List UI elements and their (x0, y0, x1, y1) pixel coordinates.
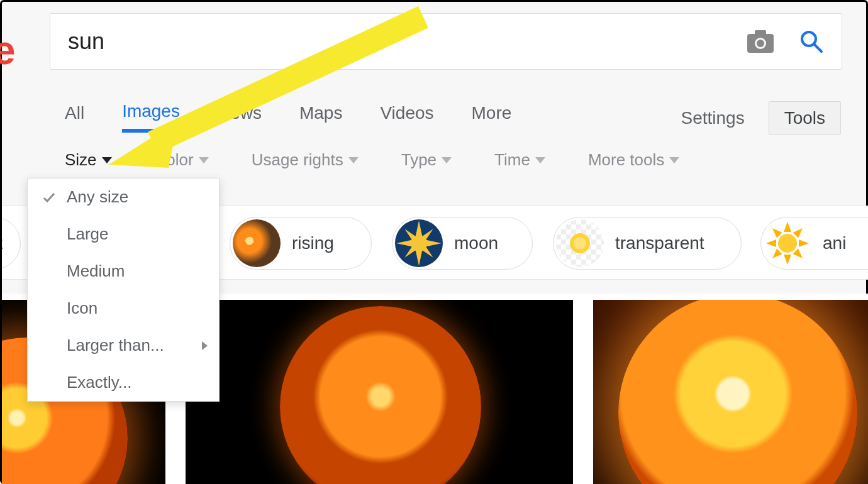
tabs-right: Settings Tools (681, 101, 841, 135)
svg-point-16 (574, 237, 586, 250)
check-icon (42, 190, 57, 204)
size-option-exactly[interactable]: Exactly... (28, 364, 219, 401)
chip-label: transparent (615, 233, 704, 253)
app-frame: e All Images News Maps Videos More Setti… (0, 0, 868, 484)
chip-rising[interactable]: rising (230, 217, 372, 270)
search-tabs: All Images News Maps Videos More (65, 101, 511, 133)
logo-fragment: e (0, 27, 16, 74)
chip-label: moon (454, 233, 498, 253)
search-input[interactable] (68, 28, 747, 55)
chevron-down-icon (669, 157, 679, 163)
tab-news[interactable]: News (218, 103, 262, 131)
chip-thumb (395, 219, 443, 267)
chip-partial-right[interactable]: ani (760, 217, 868, 270)
chip-label: ani (823, 233, 846, 253)
filter-time[interactable]: Time (494, 150, 545, 170)
chip-thumb (233, 219, 281, 267)
tab-videos[interactable]: Videos (380, 103, 433, 131)
filter-color[interactable]: Color (155, 150, 209, 170)
svg-rect-1 (755, 30, 766, 36)
size-option-any[interactable]: Any size (28, 179, 219, 216)
chevron-down-icon (199, 157, 209, 163)
svg-point-14 (411, 235, 427, 251)
search-icon[interactable] (799, 29, 824, 54)
chevron-down-icon (442, 157, 452, 163)
search-actions (747, 29, 824, 54)
size-option-larger-than[interactable]: Larger than... (28, 327, 219, 364)
chip-transparent[interactable]: transparent (553, 217, 742, 270)
search-bar (50, 13, 842, 70)
chip-thumb (556, 219, 604, 267)
filter-usage-rights[interactable]: Usage rights (252, 150, 359, 170)
filter-toolbar: Size Color Usage rights Type Time More t… (65, 150, 679, 170)
chevron-down-icon (348, 157, 359, 163)
size-option-icon[interactable]: Icon (28, 290, 219, 327)
chip-moon[interactable]: moon (392, 217, 533, 270)
svg-point-3 (757, 40, 764, 47)
chevron-down-icon (535, 157, 545, 163)
tab-images[interactable]: Images (122, 101, 180, 133)
chip-thumb (764, 219, 811, 267)
filter-more-tools[interactable]: More tools (588, 150, 679, 170)
settings-link[interactable]: Settings (681, 108, 744, 128)
tools-button[interactable]: Tools (769, 101, 841, 135)
size-dropdown: Any size Large Medium Icon Larger than..… (27, 178, 220, 402)
tab-maps[interactable]: Maps (299, 103, 342, 131)
chip-label: rising (292, 233, 334, 253)
tab-all[interactable]: All (65, 103, 84, 131)
chip-label: t (2, 233, 3, 253)
chevron-right-icon (202, 341, 208, 350)
tab-more[interactable]: More (472, 103, 512, 131)
chevron-down-icon (102, 157, 112, 163)
camera-icon[interactable] (747, 30, 774, 53)
size-option-medium[interactable]: Medium (28, 253, 219, 290)
svg-line-5 (815, 45, 821, 52)
filter-size[interactable]: Size (65, 150, 112, 170)
size-option-large[interactable]: Large (28, 216, 219, 253)
chip-partial-left[interactable]: t (2, 217, 21, 270)
filter-type[interactable]: Type (401, 150, 452, 170)
result-thumb-3[interactable] (593, 300, 868, 484)
svg-point-17 (778, 234, 797, 253)
result-thumb-2[interactable] (186, 300, 573, 484)
